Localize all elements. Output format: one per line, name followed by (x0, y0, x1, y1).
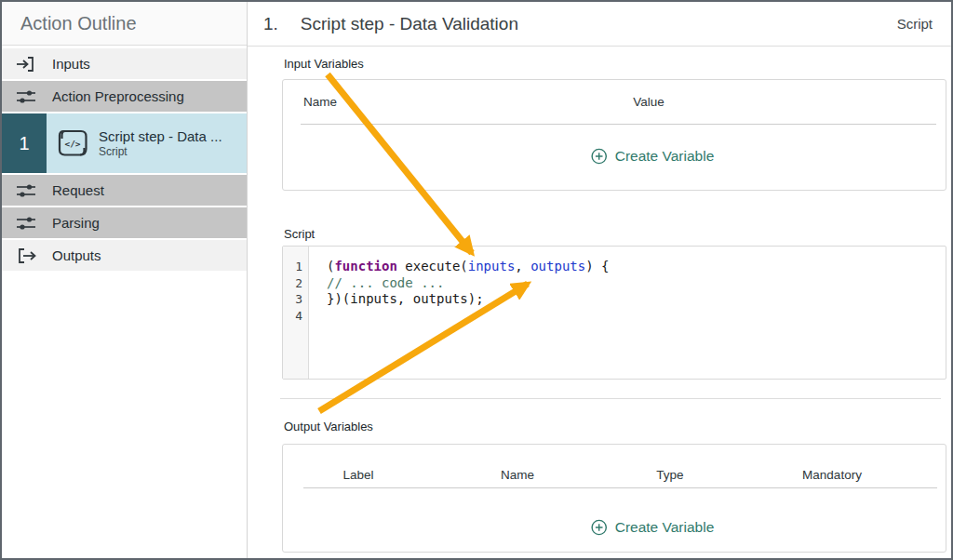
page-title: Script step - Data Validation (301, 14, 897, 34)
create-variable-label: Create Variable (615, 519, 715, 536)
step-detail-pane: 1. Script step - Data Validation Script … (248, 2, 951, 558)
script-scroll-icon: </> (56, 127, 89, 159)
code-token: , (515, 259, 530, 273)
code-token-outputs: outputs (530, 259, 585, 273)
step-header: 1. Script step - Data Validation Script (248, 2, 951, 47)
script-editor: 1 2 3 4 (function execute(inputs, output… (282, 246, 946, 380)
code-token-inputs: inputs (468, 259, 516, 273)
input-variables-panel: Name Value Create Variable (282, 79, 946, 191)
column-header-name: Name (303, 95, 337, 109)
step-number-badge: 1 (2, 113, 47, 173)
create-output-variable-button[interactable]: Create Variable (591, 519, 715, 536)
code-line-2: // ... code ... (327, 275, 946, 292)
sliders-icon (16, 88, 36, 105)
sidebar-title: Action Outline (2, 2, 247, 46)
action-outline-sidebar: Action Outline Inputs Action Preprocessi… (2, 2, 248, 558)
sidebar-item-inputs[interactable]: Inputs (2, 48, 247, 79)
step-subtitle: Script (99, 145, 222, 159)
code-token: execute( (397, 259, 468, 273)
code-token: })(inputs, outputs); (327, 291, 484, 306)
code-token-comment: // ... code ... (327, 275, 444, 290)
step-detail-body: Input Variables Name Value Create Variab… (248, 47, 951, 558)
line-number-gutter: 1 2 3 4 (283, 247, 309, 379)
import-icon (16, 56, 36, 73)
sidebar-item-label: Outputs (52, 247, 101, 263)
output-variables-label: Output Variables (284, 420, 373, 433)
code-area[interactable]: (function execute(inputs, outputs) { // … (310, 247, 946, 379)
input-variables-label: Input Variables (284, 57, 364, 71)
output-variables-panel: Label Name Type Mandatory Create Variabl… (282, 444, 946, 553)
sidebar-item-label: Action Preprocessing (52, 88, 184, 104)
code-token-keyword: function (334, 259, 396, 273)
sliders-icon (16, 215, 36, 232)
section-divider (280, 398, 941, 399)
sidebar-item-outputs[interactable]: Outputs (2, 240, 247, 271)
column-header-type: Type (656, 468, 683, 482)
column-header-value: Value (633, 95, 664, 109)
export-icon (16, 247, 36, 264)
sidebar-item-label: Parsing (52, 215, 100, 231)
sidebar-item-action-preprocessing[interactable]: Action Preprocessing (2, 81, 247, 112)
sidebar-item-request[interactable]: Request (2, 175, 247, 206)
sidebar-item-label: Request (52, 182, 104, 198)
code-token: ) { (585, 259, 609, 273)
code-line-3: })(inputs, outputs); (327, 291, 946, 308)
step-body: </> Script step - Data ... Script (47, 113, 247, 173)
column-header-label: Label (342, 468, 373, 482)
plus-circle-icon (591, 148, 608, 165)
sidebar-step-script[interactable]: 1 </> Script step - Data ... Script (2, 113, 247, 173)
sliders-icon (16, 182, 36, 199)
code-line-1: (function execute(inputs, outputs) { (327, 259, 946, 275)
line-number: 2 (283, 275, 302, 292)
step-text: Script step - Data ... Script (99, 128, 222, 159)
code-line-4 (327, 308, 946, 325)
column-header-name: Name (501, 468, 534, 482)
action-editor-window: Action Outline Inputs Action Preprocessi… (0, 0, 953, 560)
sidebar-item-label: Inputs (52, 56, 90, 72)
table-header-divider (301, 124, 936, 125)
svg-text:</>: </> (64, 139, 80, 149)
step-title: Script step - Data ... (99, 128, 222, 145)
plus-circle-icon (591, 519, 608, 536)
sidebar-list: Inputs Action Preprocessing 1 (2, 48, 247, 271)
create-input-variable-button[interactable]: Create Variable (591, 148, 715, 165)
line-number: 3 (283, 291, 302, 308)
step-type-label: Script (897, 16, 933, 32)
script-label: Script (284, 227, 315, 241)
create-variable-label: Create Variable (615, 148, 715, 165)
sidebar-item-parsing[interactable]: Parsing (2, 207, 247, 238)
line-number: 4 (283, 308, 302, 325)
table-header-divider (303, 487, 937, 488)
step-header-number: 1. (263, 14, 278, 34)
column-header-mandatory: Mandatory (802, 468, 862, 482)
line-number: 1 (283, 259, 302, 275)
